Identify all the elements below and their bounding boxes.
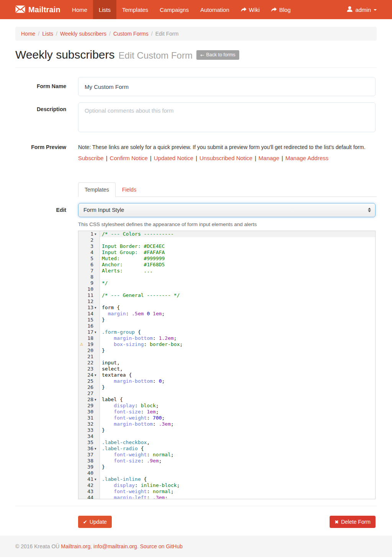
brand[interactable]: Mailtrain (0, 0, 66, 19)
fold-arrow-icon[interactable]: ▾ (95, 305, 100, 311)
description-textarea[interactable] (78, 102, 376, 132)
nav-item-wiki[interactable]: Wiki (235, 0, 265, 19)
nav-item-lists[interactable]: Lists (93, 0, 116, 19)
css-code-editor[interactable]: 1▾/* --- Colors ----------23Input Border… (78, 231, 376, 499)
nav-item-automation[interactable]: Automation (194, 0, 235, 19)
gutter-cell: 29 (78, 403, 100, 409)
line-number: 35 (85, 439, 95, 446)
nav-item-home[interactable]: Home (66, 0, 93, 19)
line-number: 16 (85, 323, 95, 329)
code-line: ⚠19 box-sizing: border-box; (78, 341, 375, 348)
gutter-cell: 7 (78, 268, 100, 274)
gutter-cell: 17▾ (78, 329, 100, 335)
preview-link-updated-notice[interactable]: Updated Notice (154, 155, 193, 161)
line-number: 43 (85, 489, 95, 495)
code-text (100, 323, 375, 329)
line-number: 23 (85, 366, 95, 372)
gutter-cell: 5 (78, 256, 100, 262)
code-text: margin-bottom: 1.2em; (100, 335, 375, 341)
preview-link-subscribe[interactable]: Subscribe (78, 155, 104, 161)
breadcrumb-link-custom-forms[interactable]: Custom Forms (113, 31, 149, 37)
line-number: 1 (85, 231, 95, 237)
code-text: margin-bottom: .3em; (100, 421, 375, 427)
code-text: } (100, 348, 375, 354)
template-select[interactable]: Form Input Style (78, 203, 376, 217)
nav-item-label: Home (72, 7, 87, 13)
nav-item-blog[interactable]: Blog (265, 0, 296, 19)
code-text (100, 237, 375, 243)
nav-item-campaigns[interactable]: Campaigns (154, 0, 194, 19)
code-line: 13▾form { (78, 305, 375, 311)
breadcrumb-link-lists[interactable]: Lists (42, 31, 53, 37)
line-number: 42 (85, 482, 95, 489)
preview-link-manage-address[interactable]: Manage Address (285, 155, 328, 161)
code-line: 38 font-size: .9em; (78, 458, 375, 464)
code-text: display: block; (100, 403, 375, 409)
code-text: margin-bottom: 0; (100, 378, 375, 384)
update-button-label: Update (90, 519, 107, 525)
back-to-forms-button[interactable]: ← Back to forms (196, 50, 239, 60)
code-text: input, (100, 360, 375, 366)
line-number: 6 (85, 262, 95, 268)
gutter-cell: 35 (78, 439, 100, 446)
nav-item-templates[interactable]: Templates (116, 0, 154, 19)
fold-arrow-icon[interactable]: ▾ (95, 329, 100, 335)
caret-down-icon (374, 9, 377, 11)
code-text (100, 354, 375, 360)
form-name-input[interactable] (78, 77, 376, 96)
fold-arrow-icon[interactable]: ▾ (95, 231, 100, 237)
code-text: .label-checkbox, (100, 439, 375, 446)
fold-arrow-icon[interactable]: ▾ (95, 446, 100, 452)
footer-link-source-on-github[interactable]: Source on GitHub (140, 543, 183, 549)
nav-item-label: Wiki (249, 7, 260, 13)
gutter-cell: ⚠19 (78, 341, 100, 348)
tab-fields[interactable]: Fields (116, 182, 143, 197)
footer-link-mailtrain-org[interactable]: Mailtrain.org (61, 543, 90, 549)
line-number: 4 (85, 249, 95, 256)
preview-link-confirm-notice[interactable]: Confirm Notice (110, 155, 148, 161)
gutter-cell: 24▾ (78, 372, 100, 378)
line-number: 3 (85, 243, 95, 249)
fold-arrow-icon[interactable]: ▾ (95, 397, 100, 403)
preview-link-separator: | (104, 155, 110, 161)
gutter-cell: 20 (78, 348, 100, 354)
preview-link-separator: | (148, 155, 154, 161)
gutter-cell: 21 (78, 354, 100, 360)
gutter-cell: 23 (78, 366, 100, 372)
header-divider (15, 67, 377, 68)
code-line: 41▾.label-inline { (78, 476, 375, 482)
fold-arrow-icon[interactable]: ▾ (95, 476, 100, 482)
code-text (100, 390, 375, 397)
footer-link-info-mailtrain-org[interactable]: info@mailtrain.org (93, 543, 137, 549)
edit-label: Edit (15, 203, 66, 217)
line-number: 30 (85, 409, 95, 415)
update-button[interactable]: ✔ Update (78, 516, 112, 528)
form-preview-label: Form Preview (15, 143, 66, 161)
code-line: 17▾.form-group { (78, 329, 375, 335)
tab-bar: TemplatesFields (78, 182, 377, 197)
preview-link-manage[interactable]: Manage (258, 155, 279, 161)
delete-form-button[interactable]: ✖ Delete Form (330, 516, 376, 528)
breadcrumb-current: Edit Form (155, 31, 179, 37)
code-text: Input Border: #DCE4EC (100, 243, 375, 249)
gutter-cell: 18 (78, 335, 100, 341)
breadcrumb-link-weekly-subscribers[interactable]: Weekly subscribers (60, 31, 106, 37)
code-text: } (100, 427, 375, 433)
user-menu[interactable]: admin (341, 0, 392, 19)
template-help-text: This CSS stylesheet defines the appearan… (78, 221, 377, 227)
gutter-cell: 33 (78, 427, 100, 433)
page-title: Weekly subscribers (15, 48, 115, 62)
check-icon: ✔ (83, 519, 87, 525)
code-line: 4Input Group: #FAFAFA (78, 249, 375, 256)
line-number: 21 (85, 354, 95, 360)
code-text: } (100, 384, 375, 390)
breadcrumb-link-home[interactable]: Home (21, 31, 35, 37)
external-link-icon (241, 7, 247, 12)
fold-arrow-icon[interactable]: ▾ (95, 372, 100, 378)
code-text: .label-radio { (100, 446, 375, 452)
nav-item-label: Campaigns (160, 7, 189, 13)
preview-link-unsubscribed-notice[interactable]: Unsubscribed Notice (199, 155, 252, 161)
gutter-cell: 3 (78, 243, 100, 249)
tab-templates[interactable]: Templates (78, 182, 116, 197)
code-line: 42 display: inline-block; (78, 482, 375, 489)
